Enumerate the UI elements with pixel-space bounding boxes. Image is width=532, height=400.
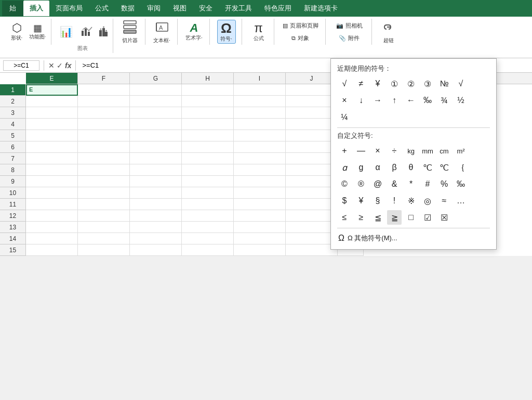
row-header-10[interactable]: 10 — [0, 187, 26, 199]
row-header-14[interactable]: 14 — [0, 233, 26, 244]
sym-circ2[interactable]: ② — [404, 76, 418, 91]
header-footer-button[interactable]: ▤ 页眉和页脚 — [280, 20, 321, 31]
sym-34[interactable]: ¾ — [437, 93, 451, 108]
cell-E1[interactable]: E — [26, 84, 78, 96]
tab-devtools[interactable]: 开发工具 — [219, 1, 258, 16]
row-header-15[interactable]: 15 — [0, 244, 26, 256]
row-header-6[interactable]: 6 — [0, 141, 26, 153]
sym-percent[interactable]: % — [437, 177, 451, 191]
sym-permil2[interactable]: ‰ — [454, 177, 468, 191]
sym-up[interactable]: ↑ — [387, 93, 402, 108]
tab-newtab[interactable]: 新建选项卡 — [298, 1, 344, 16]
hyperlink-button[interactable]: 超链 — [379, 20, 398, 44]
sym-mul[interactable]: × — [370, 144, 385, 158]
sym-checkbox-x[interactable]: ☒ — [437, 210, 451, 225]
row-header-8[interactable]: 8 — [0, 164, 26, 176]
row-header-3[interactable]: 3 — [0, 107, 26, 119]
tab-review[interactable]: 审阅 — [141, 1, 167, 16]
sym-amp[interactable]: & — [387, 177, 402, 191]
sym-exclaim[interactable]: ! — [387, 193, 402, 208]
sym-ref[interactable]: ※ — [404, 193, 418, 208]
sym-circ3[interactable]: ③ — [420, 76, 435, 91]
camera-button[interactable]: 📷 照相机 — [331, 20, 367, 31]
row-header-4[interactable]: 4 — [0, 119, 26, 130]
sym-celsius[interactable]: ℃ — [420, 160, 435, 175]
row-header-5[interactable]: 5 — [0, 130, 26, 141]
sym-12[interactable]: ½ — [454, 93, 468, 108]
sym-yen2[interactable]: ¥ — [354, 193, 368, 208]
row-header-7[interactable]: 7 — [0, 153, 26, 164]
row-header-13[interactable]: 13 — [0, 222, 26, 233]
sym-star[interactable]: * — [404, 177, 418, 191]
sym-beta[interactable]: β — [387, 160, 402, 175]
row-header-12[interactable]: 12 — [0, 210, 26, 222]
col-header-H[interactable]: H — [182, 73, 234, 84]
sym-neq[interactable]: ≠ — [354, 76, 368, 91]
col-header-E[interactable]: E — [26, 73, 78, 84]
col-header-F[interactable]: F — [78, 73, 130, 84]
sym-bracket[interactable]: ℃ — [437, 160, 451, 175]
col-header-I[interactable]: I — [234, 73, 286, 84]
sym-at[interactable]: @ — [370, 177, 385, 191]
sym-mm[interactable]: mm — [420, 144, 435, 158]
sym-sqrt2[interactable]: √ — [454, 76, 468, 91]
sym-theta[interactable]: θ — [404, 160, 418, 175]
sym-hash[interactable]: # — [420, 177, 435, 191]
sym-no[interactable]: № — [437, 76, 451, 91]
cell-G1[interactable] — [130, 84, 182, 96]
sym-approx[interactable]: ≈ — [437, 193, 451, 208]
attach-button[interactable]: 📎 附件 — [331, 32, 367, 44]
slicer-button[interactable]: 切片器 — [121, 20, 139, 44]
row-header-1[interactable]: 1 — [0, 84, 26, 96]
tab-layout[interactable]: 页面布局 — [49, 1, 89, 16]
chart-bar-button[interactable]: 📊 — [57, 20, 75, 44]
tab-formula[interactable]: 公式 — [89, 1, 115, 16]
sym-copyright[interactable]: © — [337, 177, 352, 191]
sym-registered[interactable]: ® — [354, 177, 368, 191]
cell-reference[interactable] — [3, 60, 39, 71]
cell-F1[interactable] — [78, 84, 130, 96]
chart-more-button[interactable] — [98, 20, 109, 44]
sym-alpha-low[interactable]: ɑ — [337, 160, 352, 175]
sym-cm[interactable]: cm — [437, 144, 451, 158]
row-header-9[interactable]: 9 — [0, 176, 26, 187]
tab-data[interactable]: 数据 — [115, 1, 141, 16]
sym-div[interactable]: ÷ — [387, 144, 402, 158]
cell-I1[interactable] — [234, 84, 286, 96]
cell-J1[interactable] — [286, 84, 338, 96]
funcmap-button[interactable]: ▦ 功能图· — [28, 20, 47, 44]
align-button[interactable]: ⧉ 对象 — [280, 32, 321, 44]
cell-H1[interactable] — [182, 84, 234, 96]
col-header-J[interactable]: J — [286, 73, 338, 84]
formula-button[interactable]: π 公式 — [249, 20, 268, 44]
sym-m2[interactable]: m² — [454, 144, 468, 158]
sym-circ1[interactable]: ① — [387, 76, 402, 91]
tab-start[interactable]: 始 — [2, 1, 23, 16]
sym-left[interactable]: ← — [404, 93, 418, 108]
tab-view[interactable]: 视图 — [167, 1, 193, 16]
sym-times[interactable]: × — [337, 93, 352, 108]
sym-curly[interactable]: ｛ — [454, 160, 468, 175]
more-symbols-button[interactable]: Ω Ω 其他符号(M)... — [337, 231, 490, 245]
chart-combo-button[interactable] — [77, 20, 96, 44]
row-header-2[interactable]: 2 — [0, 96, 26, 107]
sym-g[interactable]: g — [354, 160, 368, 175]
textbox-button[interactable]: A 文本框· — [153, 20, 171, 44]
tab-insert[interactable]: 插入 — [23, 1, 49, 16]
sym-leq2[interactable]: ≦ — [370, 210, 385, 225]
col-header-G[interactable]: G — [130, 73, 182, 84]
sym-yen[interactable]: ¥ — [370, 76, 385, 91]
sym-plus[interactable]: + — [337, 144, 352, 158]
sym-right[interactable]: → — [370, 93, 385, 108]
sym-section[interactable]: § — [370, 193, 385, 208]
sym-dollar[interactable]: $ — [337, 193, 352, 208]
sym-geq[interactable]: ≥ — [354, 210, 368, 225]
sym-14[interactable]: ¼ — [337, 110, 352, 124]
row-header-11[interactable]: 11 — [0, 199, 26, 210]
sym-checkbox[interactable]: ☑ — [420, 210, 435, 225]
sym-kg[interactable]: kg — [404, 144, 418, 158]
symbol-button[interactable]: Ω 符号· — [217, 20, 236, 44]
arttext-button[interactable]: A 艺术字· — [185, 20, 204, 44]
sym-leq[interactable]: ≤ — [337, 210, 352, 225]
tab-features[interactable]: 特色应用 — [258, 1, 298, 16]
